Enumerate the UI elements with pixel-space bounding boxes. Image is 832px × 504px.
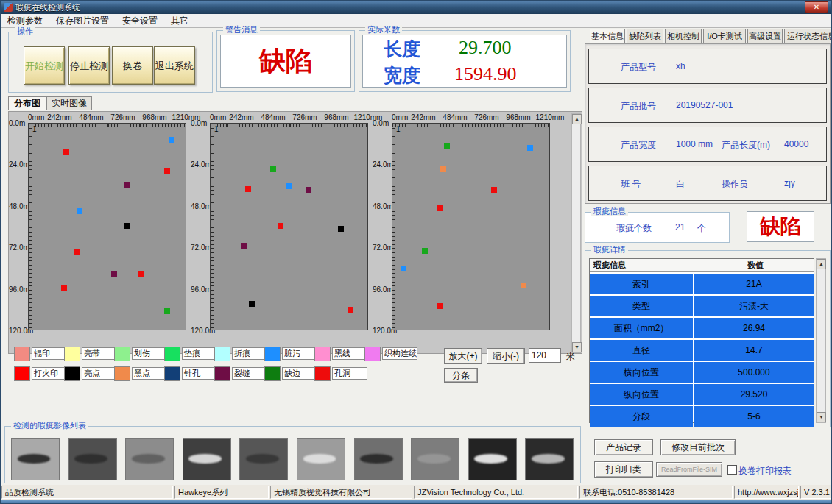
y-tick-label: 24.0m: [191, 160, 210, 168]
defect-thumbnail-7[interactable]: [411, 438, 459, 480]
legend-label: 裂缝: [232, 367, 267, 380]
detail-cell-value: 29.520: [694, 384, 814, 405]
legend-swatch: [14, 347, 30, 361]
legend-label: 织构连续: [382, 347, 417, 360]
close-button[interactable]: ✕: [805, 1, 828, 13]
product-record-button[interactable]: 产品记录: [594, 439, 653, 455]
op-button-2[interactable]: 换卷: [112, 46, 153, 85]
defect-mark: [188, 454, 222, 463]
operator-label: 操作员: [722, 178, 748, 191]
defect-mark: [303, 454, 336, 463]
view-tab-1[interactable]: 实时图像: [46, 96, 92, 110]
print-classify-button[interactable]: 打印归类: [594, 461, 653, 478]
length-value: 29.700: [459, 37, 512, 59]
x-tick-label: 0mm: [28, 113, 44, 121]
x-tick-label: 0mm: [392, 113, 408, 121]
detail-row[interactable]: 纵向位置29.520: [590, 384, 814, 405]
right-tab-4[interactable]: 高级设置: [747, 29, 783, 43]
length-label: 长度: [384, 37, 420, 61]
defect-thumbnail-3[interactable]: [183, 438, 231, 480]
table-scroll-down-icon[interactable]: ▼: [817, 412, 826, 422]
detail-row[interactable]: 索引21A: [590, 274, 814, 294]
plot-canvas[interactable]: 1: [392, 123, 550, 330]
defect-thumbnail-8[interactable]: [468, 438, 517, 480]
modify-batch-button[interactable]: 修改目前批次: [660, 439, 736, 455]
detail-row[interactable]: 面积（mm2）26.94: [590, 318, 814, 338]
zoom-in-button[interactable]: 放大(+): [444, 348, 482, 364]
detail-cell-label: 索引: [590, 274, 693, 294]
menu-item-0[interactable]: 检测参数: [1, 15, 49, 27]
menu-item-2[interactable]: 安全设置: [116, 15, 164, 27]
op-button-0[interactable]: 开始检测: [24, 46, 65, 85]
table-scroll-up-icon[interactable]: ▲: [817, 259, 826, 269]
legend-swatch: [14, 366, 30, 381]
y-tick-label: 96.0m: [373, 285, 392, 294]
defect-mark: [132, 454, 165, 463]
zoom-out-button[interactable]: 缩小(-): [487, 348, 525, 364]
defect-thumbnail-6[interactable]: [354, 438, 403, 480]
defect-point-blue: [401, 266, 406, 271]
defect-thumbnail-0[interactable]: [11, 438, 60, 480]
right-tab-5[interactable]: 运行状态信息: [784, 29, 832, 43]
defect-thumbnail-2[interactable]: [125, 438, 174, 480]
legend-label: 黑点: [132, 367, 167, 380]
split-button[interactable]: 分条: [444, 368, 478, 383]
scroll-up-icon[interactable]: ▲: [572, 114, 582, 124]
defect-point-orange: [521, 283, 526, 288]
op-button-1[interactable]: 停止检测: [68, 46, 110, 85]
legend-swatch: [164, 347, 180, 361]
meters-box: 长度 29.700 宽度 1594.90: [362, 35, 567, 88]
table-scrollbar[interactable]: ▲ ▼: [816, 258, 826, 423]
print-report-checkbox[interactable]: [727, 465, 737, 475]
legend-label: 亮点: [82, 367, 117, 380]
detail-cell-label: 直径: [590, 340, 693, 361]
y-tick-label: 72.0m: [373, 244, 392, 252]
detail-row[interactable]: 类型污渍-大: [590, 296, 814, 316]
product-model-row: 产品型号 xh: [588, 49, 827, 84]
x-tick-label: 484mm: [79, 113, 103, 121]
plot-canvas[interactable]: 1: [28, 123, 186, 330]
defect-images-group-label: 检测的瑕疵影像列表: [11, 421, 88, 430]
status-cell-3: JZVision Technology Co., Ltd.: [414, 486, 578, 499]
warning-group: 警告消息 缺陷: [216, 30, 355, 92]
legend-label: 划伤: [132, 347, 167, 360]
detail-row[interactable]: 横向位置500.000: [590, 362, 814, 383]
menu-item-3[interactable]: 其它: [164, 15, 195, 27]
defect-detail-group-label: 瑕疵详情: [591, 245, 628, 255]
defect-thumbnail-5[interactable]: [297, 438, 345, 480]
defect-point-red: [491, 187, 497, 193]
y-tick-label: 48.0m: [191, 202, 210, 210]
defect-point-blue: [169, 137, 174, 143]
plot-vertical-scrollbar[interactable]: ▲ ▼: [571, 113, 581, 353]
legend-label: 垫痕: [182, 347, 217, 360]
defect-thumbnail-4[interactable]: [239, 438, 288, 480]
defect-point-blue: [527, 145, 533, 151]
detail-col-header-1: 数值: [697, 259, 814, 271]
detail-cell-value: 26.94: [694, 318, 814, 338]
plot-canvas[interactable]: 1: [210, 123, 368, 330]
right-tab-2[interactable]: 相机控制: [665, 29, 702, 43]
product-length-label: 产品长度(m): [722, 139, 770, 152]
defect-thumbnail-9[interactable]: [525, 438, 574, 480]
defect-thumbnail-1[interactable]: [68, 438, 117, 480]
right-tab-3[interactable]: I/O卡测试: [703, 29, 746, 43]
defect-alert-text: 缺陷: [760, 213, 801, 241]
scale-input[interactable]: [529, 348, 561, 363]
detail-cell-value: 5-6: [694, 406, 814, 427]
detail-row[interactable]: 直径14.7: [590, 340, 814, 361]
detail-cell-value: 21A: [694, 274, 814, 294]
width-label: 宽度: [384, 63, 420, 88]
right-tab-1[interactable]: 缺陷列表: [627, 29, 663, 43]
detail-row[interactable]: 分段5-6: [590, 406, 814, 427]
x-tick-label: 0mm: [210, 113, 226, 121]
view-tab-0[interactable]: 分布图: [8, 96, 46, 110]
legend-swatch: [214, 347, 230, 361]
right-tab-0[interactable]: 基本信息: [590, 29, 625, 43]
detail-cell-label: 横向位置: [590, 362, 693, 383]
read-from-file-button[interactable]: ReadFromFile-SIM: [656, 462, 722, 477]
product-model-value: xh: [676, 61, 685, 71]
x-tick-label: 968mm: [324, 113, 348, 121]
y-tick-label: 120.0m: [373, 327, 392, 335]
menu-item-1[interactable]: 保存图片设置: [49, 15, 116, 27]
op-button-3[interactable]: 退出系统: [154, 46, 195, 85]
